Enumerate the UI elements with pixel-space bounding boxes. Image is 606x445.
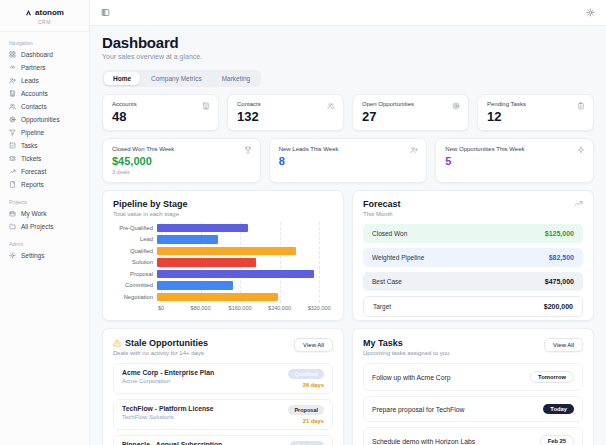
stat-value: 27: [362, 109, 459, 124]
user-plus-icon: [9, 77, 16, 84]
forecast-subtitle: This Month: [363, 211, 401, 217]
sidebar-nav: NavigationDashboardPartnersLeadsAccounts…: [0, 40, 89, 262]
sidebar-item-pipeline[interactable]: Pipeline: [0, 126, 89, 139]
forecast-card: Forecast This Month Closed Won$125,000We…: [352, 190, 594, 321]
sidebar-item-leads[interactable]: Leads: [0, 74, 89, 87]
chart-x-tick: $80,000: [191, 305, 211, 311]
logo-subtext: CRM: [4, 19, 85, 25]
sidebar-item-opportunities[interactable]: Opportunities: [0, 113, 89, 126]
task-item[interactable]: Schedule demo with Horizon LabsFeb 25: [363, 427, 583, 445]
task-due-badge: Today: [543, 404, 574, 414]
handshake-icon: [9, 64, 16, 71]
forecast-row-best-case: Best Case$475,000: [363, 272, 583, 291]
opportunity-company: Acme Corporation: [122, 378, 214, 384]
days-stale: 21 days: [303, 418, 324, 424]
funnel-icon: [9, 129, 16, 136]
chart-category-label: Qualified: [113, 248, 157, 254]
sidebar-item-label: Reports: [21, 181, 44, 188]
chart-bar-row: Lead: [113, 234, 333, 246]
highlight-label: Closed Won This Week: [112, 146, 251, 152]
alert-triangle-icon: [113, 339, 121, 347]
stale-opportunity-item[interactable]: Pinnacle - Annual SubscriptionPinnacle I…: [113, 435, 333, 445]
chart-category-label: Lead: [113, 236, 157, 242]
chart-x-tick: $320,000: [308, 305, 331, 311]
task-item[interactable]: Follow up with Acme CorpTomorrow: [363, 363, 583, 391]
chart-x-axis: $0$80,000$160,000$240,000$320,000: [161, 303, 329, 312]
sidebar-item-settings[interactable]: Settings: [0, 249, 89, 262]
target-icon: [452, 102, 460, 110]
highlight-value: 8: [279, 155, 418, 167]
chart-bar: [157, 247, 296, 256]
stat-card-open-opportunities: Open Opportunities27: [352, 94, 469, 131]
tab-home[interactable]: Home: [104, 72, 140, 85]
chart-bar-row: Negotiation: [113, 291, 333, 303]
sidebar-item-label: Partners: [21, 64, 46, 71]
stale-opportunity-item[interactable]: TechFlow - Platform LicenseTechFlow Solu…: [113, 399, 333, 430]
sidebar-item-partners[interactable]: Partners: [0, 61, 89, 74]
gear-icon: [9, 252, 16, 259]
stage-badge: Proposal: [288, 405, 324, 415]
nav-section-label: Navigation: [0, 40, 89, 46]
stat-value: 132: [237, 109, 334, 124]
highlight-value: $45,000: [112, 155, 251, 167]
highlight-card-closed-won-this-week: Closed Won This Week$45,0003 deals: [102, 138, 261, 183]
trending-icon: [574, 199, 583, 208]
sparkle-icon: [577, 146, 585, 154]
chart-bar-track: [157, 281, 329, 290]
trending-icon: [574, 199, 583, 208]
stale-view-all-button[interactable]: View All: [294, 338, 333, 352]
stat-label: Pending Tasks: [487, 101, 584, 107]
stat-value: 48: [112, 109, 209, 124]
users-icon: [9, 103, 16, 110]
sidebar-item-dashboard[interactable]: Dashboard: [0, 48, 89, 61]
tasks-title: My Tasks: [363, 338, 403, 348]
folder-icon: [9, 223, 16, 230]
main-content: Dashboard Your sales overview at a glanc…: [90, 26, 606, 445]
sidebar-item-forecast[interactable]: Forecast: [0, 165, 89, 178]
sidebar-item-label: Settings: [21, 252, 45, 259]
trending-icon: [9, 168, 16, 175]
forecast-row-weighted-pipeline: Weighted Pipeline$82,500: [363, 248, 583, 267]
stage-badge: Solution: [290, 441, 324, 445]
pipeline-by-stage-card: Pipeline by Stage Total value in each st…: [102, 190, 344, 321]
task-item[interactable]: Prepare proposal for TechFlowToday: [363, 396, 583, 422]
sidebar-item-tickets[interactable]: Tickets: [0, 152, 89, 165]
forecast-row-label: Best Case: [372, 278, 402, 285]
building-icon: [202, 102, 210, 110]
forecast-row-label: Target: [373, 303, 391, 310]
chart-bar: [157, 258, 256, 267]
sidebar-item-my-work[interactable]: My Work: [0, 207, 89, 220]
chart-category-label: Solution: [113, 259, 157, 265]
tab-marketing[interactable]: Marketing: [213, 72, 260, 85]
chart-bar-row: Proposal: [113, 268, 333, 280]
stat-card-pending-tasks: Pending Tasks12: [477, 94, 594, 131]
sidebar-item-all-projects[interactable]: All Projects: [0, 220, 89, 233]
stale-opportunity-item[interactable]: Acme Corp - Enterprise PlanAcme Corporat…: [113, 363, 333, 394]
sidebar-item-label: Accounts: [21, 90, 48, 97]
sidebar-item-contacts[interactable]: Contacts: [0, 100, 89, 113]
stale-list: Acme Corp - Enterprise PlanAcme Corporat…: [113, 363, 333, 445]
chart-bar-row: Solution: [113, 257, 333, 269]
sun-icon: [586, 8, 595, 17]
sidebar-item-label: Tasks: [21, 142, 38, 149]
sidebar-item-label: Leads: [21, 77, 39, 84]
forecast-row-closed-won: Closed Won$125,000: [363, 224, 583, 243]
sidebar-item-tasks[interactable]: Tasks: [0, 139, 89, 152]
chart-bar-row: Pre-Qualified: [113, 222, 333, 234]
chart-bar-track: [157, 270, 329, 279]
chart-category-label: Committed: [113, 282, 157, 288]
sidebar-item-accounts[interactable]: Accounts: [0, 87, 89, 100]
clipboard-icon: [577, 102, 585, 110]
tasks-view-all-button[interactable]: View All: [544, 338, 583, 352]
task-title: Prepare proposal for TechFlow: [372, 406, 464, 413]
sidebar-toggle-button[interactable]: [101, 8, 110, 17]
sidebar-item-reports[interactable]: Reports: [0, 178, 89, 191]
stat-card-contacts: Contacts132: [227, 94, 344, 131]
tab-company-metrics[interactable]: Company Metrics: [142, 72, 211, 85]
dashboard-tabs: HomeCompany MetricsMarketing: [102, 70, 261, 87]
my-tasks-card: My Tasks Upcoming tasks assigned to you …: [352, 328, 594, 445]
forecast-title: Forecast: [363, 199, 401, 209]
theme-toggle-button[interactable]: [586, 8, 595, 17]
chart-category-label: Pre-Qualified: [113, 225, 157, 231]
sidebar-item-label: Dashboard: [21, 51, 53, 58]
